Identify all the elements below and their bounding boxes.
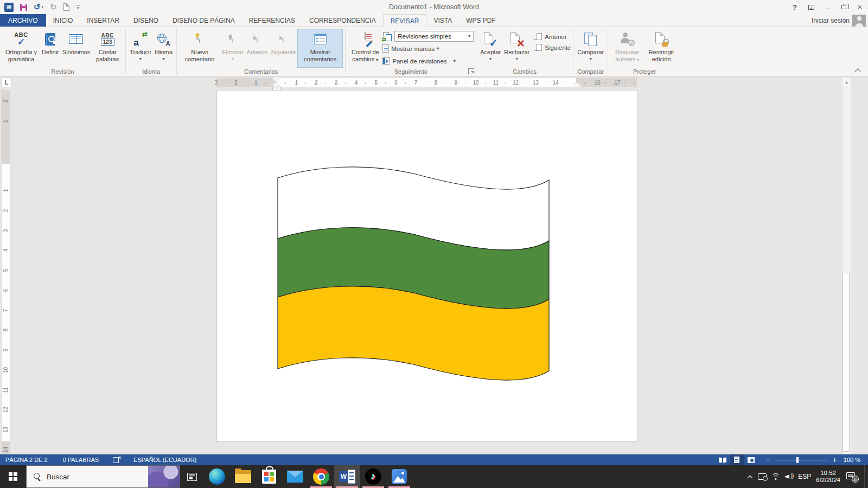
start-button[interactable] [0, 465, 26, 488]
dropdown-arrow-icon: ▾ [376, 57, 378, 62]
display-for-review-select[interactable]: Revisiones simples ▾ [394, 31, 474, 42]
show-comments-icon [314, 34, 327, 44]
user-avatar[interactable] [852, 15, 866, 27]
zoom-out-button[interactable]: − [765, 455, 770, 464]
customize-quick-access-button[interactable]: ▾ [76, 2, 80, 12]
tab-archivo[interactable]: ARCHIVO [0, 14, 46, 27]
minimize-button[interactable] [819, 0, 835, 14]
new-comment-button[interactable]: * Nuevo comentario [179, 29, 220, 68]
collapse-ribbon-button[interactable] [856, 68, 860, 73]
dropdown-arrow-icon: ▾ [163, 57, 165, 61]
translate-button[interactable]: a⇄ Traducir ▾ [128, 29, 153, 68]
notifications-button[interactable]: 6 [846, 472, 857, 481]
tab-inicio[interactable]: INICIO [46, 14, 80, 27]
ruler-number: 2 [307, 78, 327, 87]
taskbar-mail[interactable] [282, 465, 308, 488]
scroll-up-button[interactable]: ▲ [843, 78, 851, 86]
tab-selector-button[interactable]: L [2, 78, 11, 87]
track-changes-button[interactable]: Control de cambios ▾ [348, 29, 382, 68]
taskbar-edge[interactable] [204, 465, 230, 488]
taskbar-store[interactable] [256, 465, 282, 488]
ribbon-display-options-button[interactable]: ▴ [803, 0, 819, 14]
accept-change-icon: ✓ [484, 32, 497, 46]
language-button[interactable]: A Idioma ▾ [153, 29, 174, 68]
next-change-button[interactable]: → Siguiente [533, 44, 571, 52]
previous-change-button[interactable]: ← Anterior [533, 33, 571, 41]
show-hidden-icons-button[interactable] [747, 474, 753, 480]
new-comment-icon: * [199, 36, 200, 42]
restrict-editing-button[interactable]: Restringir edición [644, 29, 679, 68]
taskbar-word[interactable]: W [334, 465, 360, 488]
spelling-grammar-button[interactable]: ABC✓ Ortografía y gramática [2, 29, 40, 68]
restore-button[interactable] [835, 0, 852, 14]
taskbar-chrome[interactable] [308, 465, 334, 488]
accept-button[interactable]: ✓ Aceptar ▾ [478, 29, 502, 68]
keyboard-language[interactable]: ESP [798, 473, 811, 480]
minimize-icon [825, 9, 830, 9]
button-label: Definir [42, 49, 59, 56]
window-title: Documento1 - Microsoft Word [163, 3, 705, 11]
tab-referencias[interactable]: REFERENCIAS [242, 14, 302, 27]
ruler-number: 1 [286, 78, 307, 87]
search-decoration-image[interactable] [148, 466, 180, 487]
taskbar-photos[interactable] [386, 465, 412, 488]
tab-correspondencia[interactable]: CORRESPONDENCIA [302, 14, 383, 27]
group-comparar: Comparar ▾ Comparar [573, 27, 608, 76]
print-layout-button[interactable] [730, 454, 744, 465]
tab-insertar[interactable]: INSERTAR [80, 14, 126, 27]
group-revision: ABC✓ Ortografía y gramática Definir Sinó… [0, 27, 125, 76]
scrollbar-thumb[interactable] [843, 273, 850, 452]
reject-button[interactable]: × Rechazar ▾ [502, 29, 531, 68]
tab-wps-pdf[interactable]: WPS PDF [459, 14, 503, 27]
word-count-button[interactable]: ABC123 Contar palabras [92, 29, 123, 68]
show-desktop-button[interactable] [864, 465, 865, 488]
task-view-button[interactable] [180, 465, 204, 488]
word-app-icon[interactable]: W [4, 2, 14, 12]
flag-shape[interactable] [277, 166, 550, 384]
document-page[interactable] [216, 90, 637, 442]
wifi-icon[interactable] [771, 473, 780, 480]
group-label: Comentarios [177, 68, 345, 75]
group-label: Revisión [0, 68, 125, 75]
taskbar-search[interactable]: Buscar [26, 465, 180, 488]
vertical-ruler[interactable]: 21 1234567891011121314 [1, 90, 10, 454]
zoom-slider-thumb[interactable] [796, 457, 799, 463]
reviewing-pane-button[interactable]: Panel de revisiones ▾ [382, 55, 474, 67]
show-comments-button[interactable]: Mostrar comentarios [297, 29, 343, 68]
proofing-errors-icon[interactable]: × [113, 457, 120, 464]
dropdown-arrow-icon: ▾ [77, 7, 79, 9]
tiktok-icon: ♪ [365, 468, 381, 485]
read-mode-button[interactable] [716, 454, 730, 465]
dropdown-arrow-icon: ▾ [232, 57, 234, 61]
tab-revisar[interactable]: REVISAR [383, 14, 427, 27]
show-markup-button[interactable]: Mostrar marcas ▾ [382, 43, 474, 54]
taskbar-file-explorer[interactable] [230, 465, 256, 488]
tab-diseno-de-pagina[interactable]: DISEÑO DE PÁGINA [165, 14, 242, 27]
meet-now-icon[interactable] [758, 473, 767, 480]
zoom-level[interactable]: 100 % [844, 457, 860, 463]
change-navigation: ← Anterior → Siguiente [533, 29, 571, 52]
clock[interactable]: 10:52 6/2/2024 [816, 470, 840, 484]
zoom-in-button[interactable]: + [833, 455, 837, 464]
word-count-indicator[interactable]: 0 PALABRAS [63, 457, 99, 463]
new-document-button[interactable] [63, 2, 69, 12]
web-layout-button[interactable] [744, 454, 758, 465]
compare-button[interactable]: Comparar ▾ [576, 29, 605, 68]
thesaurus-button[interactable]: Sinónimos [61, 29, 92, 68]
undo-button[interactable]: ↺▾ [34, 2, 43, 12]
sign-in-link[interactable]: Iniciar sesión [812, 17, 850, 24]
redo-button[interactable]: ↻ [50, 2, 57, 12]
tab-diseno[interactable]: DISEÑO [126, 14, 165, 27]
taskbar-tiktok[interactable]: ♪ [360, 465, 386, 488]
tab-vista[interactable]: VISTA [426, 14, 459, 27]
help-button[interactable]: ? [787, 0, 803, 14]
language-indicator[interactable]: ESPAÑOL (ECUADOR) [133, 457, 196, 463]
close-button[interactable]: × [852, 0, 868, 14]
define-button[interactable]: Definir [40, 29, 61, 68]
ruler-number: 4 [0, 246, 16, 254]
save-button[interactable] [20, 2, 27, 12]
page-indicator[interactable]: PÁGINA 2 DE 2 [5, 457, 48, 463]
volume-icon[interactable]: )) [785, 473, 793, 480]
zoom-slider[interactable] [776, 460, 827, 460]
time: 10:52 [816, 470, 840, 477]
